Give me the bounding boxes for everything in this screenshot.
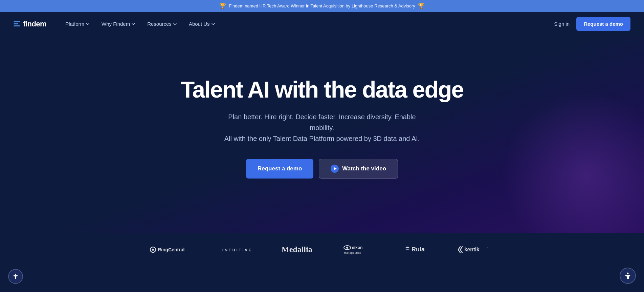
nav-item-platform[interactable]: Platform [60, 18, 95, 29]
svg-text:.: . [487, 245, 488, 248]
svg-point-12 [15, 274, 16, 275]
nav-why-findem-label: Why Findem [102, 21, 130, 27]
nav-item-about-us[interactable]: About Us [183, 18, 220, 29]
logo-link[interactable]: findem [14, 20, 46, 28]
logo-intuitive: INTUITIVE [221, 245, 258, 255]
svg-text:INTUITIVE: INTUITIVE [222, 248, 252, 252]
svg-point-6 [346, 247, 348, 249]
navbar: findem Platform Why Findem Resources Abo… [0, 12, 644, 36]
nav-about-chevron [212, 23, 215, 25]
svg-point-1 [152, 249, 154, 251]
hero-watch-video-button[interactable]: Watch the video [319, 159, 398, 179]
logo-icon [14, 21, 20, 26]
logo-eikon: eikon therapeutics [342, 243, 380, 256]
play-triangle-icon [334, 167, 337, 170]
svg-text:eikon: eikon [352, 245, 362, 250]
nav-item-resources[interactable]: Resources [142, 18, 182, 29]
hero-subtitle-line1: Plan better. Hire right. Decide faster. … [228, 113, 416, 131]
navbar-actions: Sign in Request a demo [554, 17, 630, 31]
navbar-nav: Platform Why Findem Resources About Us [60, 18, 554, 29]
nav-resources-chevron [173, 23, 177, 25]
accessibility-widget-right[interactable] [620, 268, 636, 284]
hero-section: Talent AI with the data edge Plan better… [0, 36, 644, 233]
hero-buttons: Request a demo Watch the video [246, 159, 398, 179]
banner-text: Findem named HR Tech Award Winner in Tal… [229, 3, 415, 8]
banner-flag-right: 🏆 [418, 3, 425, 9]
hero-request-demo-button[interactable]: Request a demo [246, 159, 313, 179]
logo-medallia: Medallia [282, 245, 319, 255]
accessibility-widget-left[interactable] [8, 269, 23, 284]
nav-item-why-findem[interactable]: Why Findem [96, 18, 140, 29]
svg-point-13 [627, 273, 629, 274]
play-circle-icon [331, 165, 339, 173]
banner-flag-left: 🏆 [219, 3, 226, 9]
accessibility-icon [12, 273, 19, 280]
hero-subtitle: Plan better. Hire right. Decide faster. … [221, 111, 424, 144]
svg-text:kentik: kentik [464, 247, 480, 252]
watch-video-label: Watch the video [342, 165, 386, 172]
logos-strip: RingCentral INTUITIVE Medallia eikon the… [0, 233, 644, 267]
hero-title: Talent AI with the data edge [181, 77, 464, 102]
hero-subtitle-line2: All with the only Talent Data Platform p… [224, 135, 420, 142]
svg-text:RingCentral: RingCentral [158, 247, 184, 252]
svg-text:therapeutics: therapeutics [344, 251, 361, 254]
logo-kentik: kentik . [458, 245, 495, 255]
nav-resources-label: Resources [147, 21, 172, 27]
nav-why-chevron [132, 23, 135, 25]
nav-about-label: About Us [189, 21, 210, 27]
sign-in-link[interactable]: Sign in [554, 21, 570, 27]
svg-text:Rula: Rula [412, 246, 425, 253]
logo-rula: Rula [403, 245, 434, 255]
logo-ringcentral: RingCentral [150, 245, 197, 255]
logo-text: findem [23, 20, 46, 28]
accessibility-right-icon [624, 272, 632, 280]
nav-request-demo-button[interactable]: Request a demo [576, 17, 630, 31]
announcement-banner: 🏆 Findem named HR Tech Award Winner in T… [0, 0, 644, 12]
nav-platform-label: Platform [65, 21, 84, 27]
nav-platform-chevron [86, 23, 89, 25]
svg-text:Medallia: Medallia [282, 245, 312, 254]
